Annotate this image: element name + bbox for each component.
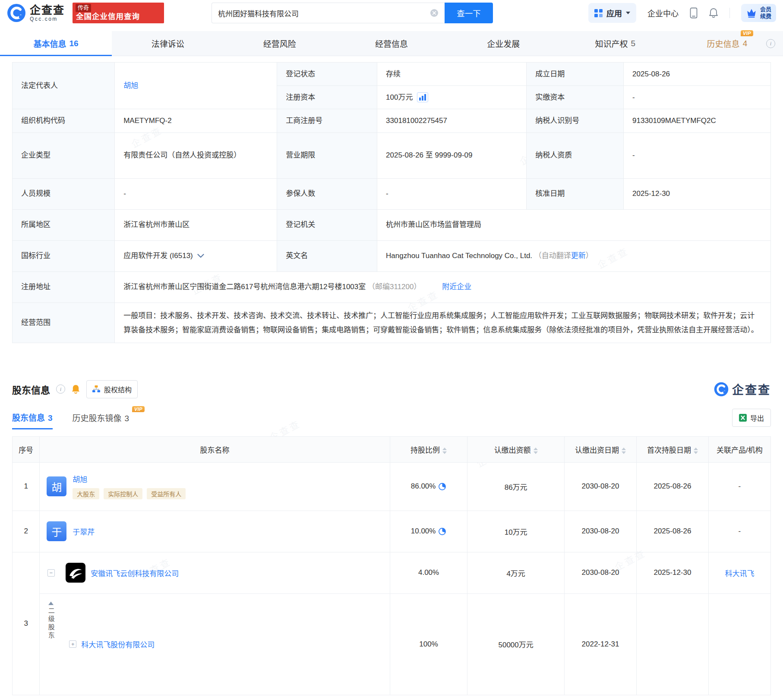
promo-banner-text: 全国企业信用查询: [76, 10, 140, 21]
amount-value: 50000万元: [467, 593, 565, 695]
iflytek-logo: [66, 563, 85, 583]
collapse-toggle[interactable]: [47, 569, 55, 577]
ratio-value: 86.00%: [411, 482, 436, 491]
shareholders-info-icon[interactable]: [56, 385, 65, 394]
est-date-value: 2025-08-26: [624, 63, 771, 86]
tab-label: 基本信息: [33, 38, 66, 49]
tab-bar-info-icon[interactable]: [766, 39, 775, 48]
search-input[interactable]: [218, 9, 430, 17]
tab-count: 3: [125, 414, 129, 423]
logo-title: 企查查: [30, 4, 65, 16]
field-label: 注册资本: [277, 86, 377, 109]
mobile-app-icon[interactable]: [690, 7, 698, 19]
search-button[interactable]: 查一下: [445, 3, 493, 23]
tab-label: 历史股东镜像: [73, 414, 122, 423]
tab-intellectual-property[interactable]: 知识产权 5: [559, 31, 671, 56]
tab-label: 经营风险: [263, 38, 296, 49]
pie-chart-icon[interactable]: [438, 527, 446, 536]
industry-value: 应用软件开发 (I6513): [123, 250, 193, 262]
capital-chart-icon[interactable]: [417, 92, 428, 102]
col-ratio[interactable]: 持股比例: [390, 436, 467, 462]
chevron-down-icon: [626, 12, 630, 14]
translate-note: （自动翻译: [534, 252, 571, 260]
field-label: 核准日期: [527, 178, 624, 209]
related-product-link[interactable]: 科大讯飞: [725, 570, 754, 578]
notification-bell-icon[interactable]: [709, 8, 718, 18]
collapse-up-icon[interactable]: [48, 602, 54, 605]
field-label: 注册地址: [13, 271, 115, 303]
avatar[interactable]: 于: [47, 521, 66, 541]
subscribe-bell-icon[interactable]: [71, 384, 80, 394]
col-subscribed-date[interactable]: 认缴出资日期: [565, 436, 637, 462]
pie-chart-icon[interactable]: [438, 482, 446, 491]
col-subscribed-amount[interactable]: 认缴出资额: [467, 436, 565, 462]
apps-menu[interactable]: 应用: [588, 3, 636, 23]
avatar[interactable]: 胡: [47, 476, 66, 496]
shareholders-title: 股东信息: [12, 382, 50, 396]
amount-value: 10万元: [467, 511, 565, 552]
field-label: 营业期限: [277, 132, 377, 178]
tab-label: 股东信息: [12, 413, 45, 423]
industry-expand-icon[interactable]: [197, 254, 204, 258]
vip-label-line2: 续费: [760, 13, 771, 20]
shareholder-link[interactable]: 科大讯飞股份有限公司: [81, 639, 155, 650]
tab-label: 知识产权: [595, 38, 628, 49]
enterprise-center-link[interactable]: 企业中心: [647, 7, 679, 19]
field-label: 人员规模: [13, 178, 115, 209]
level-label: 二级股东: [47, 607, 56, 640]
col-first-holding-date[interactable]: 首次持股日期: [636, 436, 708, 462]
tab-company-development[interactable]: 企业发展: [448, 31, 559, 56]
field-label: 国标行业: [13, 240, 115, 271]
field-label: 纳税人资质: [527, 132, 624, 178]
status-badge: 实际控制人: [104, 488, 142, 499]
term-value: 2025-08-26 至 9999-09-09: [377, 132, 527, 178]
col-index: 序号: [13, 436, 40, 462]
authority-value: 杭州市萧山区市场监督管理局: [377, 209, 771, 240]
basic-info-table: 法定代表人 胡旭 登记状态 存续 成立日期 2025-08-26 注册资本 10…: [12, 62, 771, 343]
tab-basic-info[interactable]: 基本信息 16: [0, 31, 112, 56]
staff-value: -: [115, 178, 277, 209]
amount-value: 4万元: [467, 552, 565, 593]
related-value: -: [708, 511, 770, 552]
en-name-cell: Hangzhou Tuanhao Cat Technology Co., Ltd…: [377, 240, 771, 271]
vip-badge: VIP: [741, 30, 753, 36]
shareholders-table: 序号 股东名称 持股比例 认缴出资额 认缴出资日期 首次持股日期 关联产品/机构…: [12, 436, 771, 695]
reg-status-value: 存续: [377, 63, 527, 86]
nearby-companies-link[interactable]: 附近企业: [442, 283, 471, 291]
sort-icon: [694, 448, 698, 454]
export-label: 导出: [750, 413, 764, 423]
reg-capital-value: 100万元: [386, 91, 413, 103]
related-value: -: [708, 462, 770, 511]
top-header: 企查查 Qcc.com 传奇 全国企业信用查询 查一下: [0, 0, 783, 26]
col-shareholder-name: 股东名称: [40, 436, 390, 462]
equity-structure-label: 股权结构: [104, 384, 132, 394]
legal-rep-link[interactable]: 胡旭: [123, 82, 138, 90]
tab-operating-info[interactable]: 经营信息: [335, 31, 447, 56]
vip-renew-button[interactable]: 会员 续费: [741, 4, 776, 22]
shareholder-link[interactable]: 胡旭: [73, 476, 87, 484]
expand-toggle[interactable]: [69, 640, 76, 648]
shareholder-link[interactable]: 安徽讯飞云创科技有限公司: [91, 568, 179, 578]
tab-operating-risk[interactable]: 经营风险: [224, 31, 335, 56]
sort-icon: [622, 448, 626, 454]
tab-history-shareholders[interactable]: 历史股东镜像3 VIP: [73, 412, 129, 429]
qcc-brand-mark: 企查查: [714, 381, 771, 397]
subscribed-date: 2030-08-20: [565, 511, 637, 552]
qcc-logo[interactable]: 企查查 Qcc.com: [7, 3, 65, 22]
table-row: 3 安徽讯飞云创科技有限公司 4.00%: [13, 552, 771, 593]
export-button[interactable]: 导出: [732, 409, 771, 427]
translate-refresh-link[interactable]: 更新: [571, 252, 586, 260]
tab-count: 4: [743, 39, 748, 48]
row-index: 1: [13, 462, 40, 511]
field-label: 登记机关: [277, 209, 377, 240]
promo-banner[interactable]: 传奇 全国企业信用查询: [73, 3, 164, 23]
tab-legal-proceedings[interactable]: 法律诉讼: [112, 31, 224, 56]
paid-capital-value: -: [624, 86, 771, 109]
field-label: 登记状态: [277, 63, 377, 86]
shareholder-link[interactable]: 于翠芹: [73, 526, 95, 537]
tab-current-shareholders[interactable]: 股东信息3: [12, 411, 53, 429]
clear-search-icon[interactable]: [430, 9, 439, 17]
qcc-brand-icon: [714, 382, 729, 397]
tab-label: 法律诉讼: [152, 38, 184, 49]
equity-structure-button[interactable]: 股权结构: [86, 380, 138, 398]
